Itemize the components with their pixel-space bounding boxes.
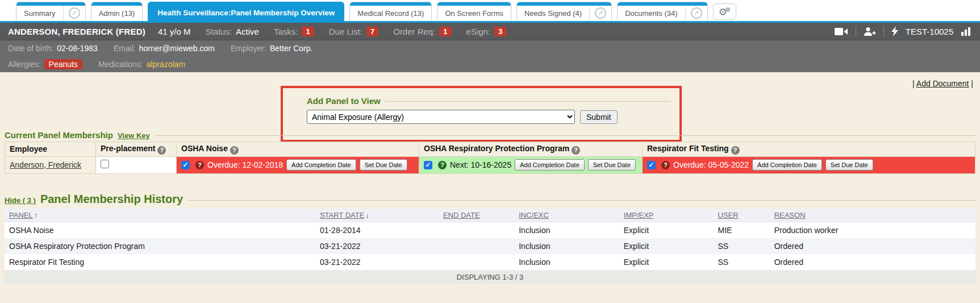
tasks-item: Tasks: 1 bbox=[274, 27, 314, 36]
due-list-count-badge[interactable]: 7 bbox=[366, 27, 378, 36]
add-completion-date-button[interactable]: Add Completion Date bbox=[515, 159, 585, 171]
sort-reason-link[interactable]: REASON bbox=[774, 211, 806, 219]
sort-inc-exc-link[interactable]: INC/EXC bbox=[519, 211, 549, 219]
tab-documents-label: Documents (34) bbox=[618, 2, 685, 21]
col-preplacement: Pre-placement? bbox=[96, 142, 177, 157]
checked-checkbox[interactable]: ✓ bbox=[647, 161, 656, 169]
help-icon[interactable]: ? bbox=[157, 146, 166, 155]
help-icon[interactable]: ? bbox=[438, 161, 447, 169]
tab-needs-signed-popout[interactable]: ↗ bbox=[589, 2, 611, 21]
tab-on-screen-forms[interactable]: On Screen Forms bbox=[437, 2, 511, 21]
status-value: Active bbox=[236, 27, 259, 36]
col-inc-exc: INC/EXC bbox=[514, 209, 619, 222]
patient-details-bar: Date of birth: 02-08-1983 Email: horner@… bbox=[0, 40, 980, 72]
help-icon[interactable]: ? bbox=[731, 146, 740, 155]
help-icon[interactable]: ? bbox=[195, 161, 204, 169]
add-panel-legend: Add Panel to View bbox=[307, 96, 381, 106]
external-link-icon: ↗ bbox=[69, 7, 80, 19]
tab-medical-record-label: Medical Record (13) bbox=[350, 2, 431, 21]
help-icon[interactable]: ? bbox=[661, 161, 670, 169]
view-key-link[interactable]: View Key bbox=[118, 131, 150, 140]
employer-item: Employer: Better Corp. bbox=[231, 44, 313, 53]
medication-value[interactable]: alprazolam bbox=[147, 60, 185, 69]
settings-gears-button[interactable]: ⚙⚙ bbox=[713, 3, 736, 20]
preplacement-checkbox[interactable] bbox=[101, 160, 109, 168]
history-row[interactable]: Respirator Fit Testing 03-21-2022 Inclus… bbox=[5, 254, 975, 270]
tab-needs-signed[interactable]: Needs Signed (4) ↗ bbox=[516, 2, 612, 21]
email-item: Email: horner@mieweb.com bbox=[114, 44, 215, 53]
tab-summary-label: Summary bbox=[16, 2, 63, 21]
tab-bar: Summary ↗ Admin (13) Health Surveillance… bbox=[0, 0, 980, 23]
set-due-date-button[interactable]: Set Due Date bbox=[825, 159, 873, 171]
esign-item: eSign: 3 bbox=[466, 27, 507, 36]
tab-documents[interactable]: Documents (34) ↗ bbox=[617, 2, 707, 21]
add-document-link[interactable]: Add Document bbox=[916, 79, 969, 88]
employee-cell: Anderson, Frederick bbox=[5, 156, 96, 173]
email-value: horner@mieweb.com bbox=[139, 44, 215, 53]
add-person-icon[interactable] bbox=[864, 27, 876, 36]
checked-checkbox[interactable]: ✓ bbox=[181, 161, 190, 169]
add-completion-date-button[interactable]: Add Completion Date bbox=[752, 159, 822, 171]
panel-membership-history-section: Hide ( 3 ) Panel Membership History PANE… bbox=[5, 193, 975, 284]
current-panel-legend: Current Panel Membership bbox=[5, 130, 113, 140]
order-req-item: Order Req: 1 bbox=[393, 27, 451, 36]
external-link-icon: ↗ bbox=[691, 7, 702, 19]
help-icon[interactable]: ? bbox=[572, 146, 580, 155]
bar-chart-icon[interactable] bbox=[961, 27, 972, 36]
history-row[interactable]: OSHA Noise 01-28-2014 Inclusion Explicit… bbox=[5, 222, 975, 239]
current-panel-table: Employee Pre-placement? OSHA Noise? OSHA… bbox=[5, 142, 975, 174]
col-panel: PANEL↑ bbox=[5, 209, 315, 222]
dob-item: Date of birth: 02-08-1983 bbox=[8, 44, 98, 53]
add-completion-date-button[interactable]: Add Completion Date bbox=[286, 159, 356, 171]
table-pagination-status: DISPLAYING 1-3 / 3 bbox=[5, 270, 975, 284]
col-osha-noise: OSHA Noise? bbox=[177, 142, 419, 157]
tab-documents-popout[interactable]: ↗ bbox=[685, 2, 707, 21]
lightning-bolt-icon[interactable] bbox=[891, 26, 898, 36]
divider bbox=[187, 200, 975, 201]
history-legend: Panel Membership History bbox=[40, 193, 183, 206]
esign-count-badge[interactable]: 3 bbox=[494, 27, 506, 36]
tasks-count-badge[interactable]: 1 bbox=[302, 27, 314, 36]
due-list-item: Due List: 7 bbox=[329, 27, 378, 36]
set-due-date-button[interactable]: Set Due Date bbox=[588, 159, 636, 171]
history-row[interactable]: OSHA Respiratory Protection Program 03-2… bbox=[5, 238, 975, 254]
col-reason: REASON bbox=[770, 209, 975, 222]
set-due-date-button[interactable]: Set Due Date bbox=[360, 159, 407, 171]
osha-noise-status-cell: ✓ ? Overdue: 12-02-2018 Add Completion D… bbox=[177, 156, 419, 173]
order-req-count-badge[interactable]: 1 bbox=[439, 27, 451, 36]
allergy-badge[interactable]: Peanuts bbox=[44, 59, 82, 69]
patient-name: ANDERSON, FREDERICK (FRED) bbox=[8, 27, 145, 36]
submit-button[interactable]: Submit bbox=[580, 110, 618, 124]
tab-health-surveillance-active[interactable]: Health Surveillance:Panel Membership Ove… bbox=[148, 2, 344, 21]
tab-health-surveillance-label: Health Surveillance:Panel Membership Ove… bbox=[148, 2, 344, 21]
current-panel-membership-section: Current Panel Membership View Key Employ… bbox=[5, 130, 975, 174]
tab-admin[interactable]: Admin (13) bbox=[91, 2, 143, 21]
employee-link[interactable]: Anderson, Frederick bbox=[10, 160, 81, 169]
divider bbox=[856, 26, 856, 36]
sort-panel-link[interactable]: PANEL bbox=[9, 211, 33, 219]
divider bbox=[155, 135, 975, 136]
osha-resp-status-cell: ✓ ? Next: 10-16-2025 Add Completion Date… bbox=[419, 156, 643, 173]
tab-summary-popout[interactable]: ↗ bbox=[63, 2, 85, 21]
col-resp-fit: Respirator Fit Testing? bbox=[643, 142, 975, 157]
tab-medical-record[interactable]: Medical Record (13) bbox=[349, 2, 432, 21]
checked-checkbox[interactable]: ✓ bbox=[424, 161, 432, 169]
help-icon[interactable]: ? bbox=[230, 146, 239, 155]
sort-end-date-link[interactable]: END DATE bbox=[443, 211, 480, 219]
col-user: USER bbox=[714, 209, 770, 222]
allergies-item: Allergies: Peanuts bbox=[8, 59, 82, 69]
panel-select[interactable]: Animal Exposure (Allergy) bbox=[307, 110, 575, 124]
tab-summary[interactable]: Summary ↗ bbox=[16, 2, 86, 21]
osha-resp-status-text: Next: 10-16-2025 bbox=[450, 160, 511, 169]
history-table: PANEL↑ START DATE↓ END DATE INC/EXC IMP/… bbox=[5, 209, 975, 270]
patient-status: Status: Active bbox=[205, 27, 259, 36]
patient-id: TEST-10025 bbox=[906, 27, 953, 36]
sort-user-link[interactable]: USER bbox=[718, 211, 739, 219]
sort-start-date-link[interactable]: START DATE bbox=[320, 211, 365, 219]
sort-imp-exp-link[interactable]: IMP/EXP bbox=[624, 211, 654, 219]
col-employee: Employee bbox=[5, 142, 96, 157]
employer-value: Better Corp. bbox=[270, 44, 312, 53]
hide-history-link[interactable]: Hide ( 3 ) bbox=[5, 196, 36, 205]
sort-ascending-icon: ↑ bbox=[34, 211, 38, 219]
video-camera-icon[interactable] bbox=[835, 27, 848, 36]
